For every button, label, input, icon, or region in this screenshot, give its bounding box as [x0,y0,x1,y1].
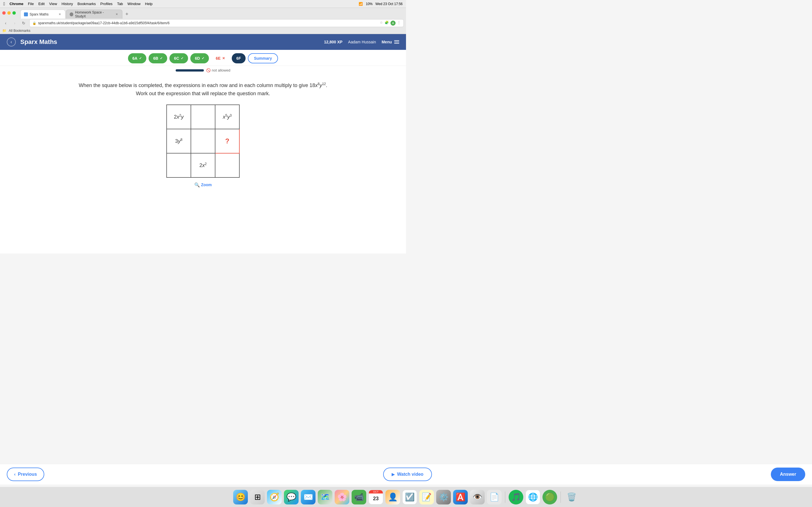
expr-2x2y: 2x2y [174,114,184,120]
menu-label: Menu [382,40,392,44]
calculator-row: 🚫 not allowed [0,66,406,75]
grid-cell-2-2 [191,129,215,153]
tab-studyx[interactable]: Homework Space - StudyX ✕ [66,10,122,18]
expr-2x2: 2x2 [199,163,207,168]
tab-6d[interactable]: 6D ✓ [190,53,209,63]
menubar-tab[interactable]: Tab [117,2,123,6]
zoom-label: Zoom [201,182,212,187]
zoom-icon: 🔍 [194,182,200,187]
menubar-history[interactable]: History [61,2,73,6]
grid-cell-question: ? [215,129,239,153]
menubar-file[interactable]: File [28,2,34,6]
reload-button[interactable]: ↻ [20,20,27,26]
tab-6c-label: 6C [174,56,179,61]
tab-6d-check: ✓ [202,56,204,60]
sparx-favicon [24,12,28,16]
new-tab-button[interactable]: + [123,10,131,18]
expr-3y8: 3y8 [175,138,183,144]
calculator-not-allowed: 🚫 not allowed [206,68,231,72]
extensions-icon[interactable]: 🧩 [385,20,389,25]
sparx-back-button[interactable]: ‹ [7,38,16,47]
tab-6e[interactable]: 6E ✕ [211,53,230,63]
studyx-favicon [70,12,73,16]
menubar:  Chrome File Edit View History Bookmark… [0,0,406,8]
tab-6d-label: 6D [195,56,200,61]
tab-studyx-label: Homework Space - StudyX [75,10,113,18]
clock: Wed 23 Oct 17:56 [375,2,403,6]
grid-cell-1-2 [191,105,215,129]
grid-cell-3-2: 2x2 [191,153,215,177]
expr-x5y3: x5y3 [223,114,232,120]
url-text: sparxmaths.uk/student/package/ae09aa17-2… [38,21,169,25]
main-content: When the square below is completed, the … [0,75,406,253]
user-name: Aadam Hussain [348,40,376,44]
menubar-right: 📶 10% Wed 23 Oct 17:56 [359,2,403,6]
menubar-profiles[interactable]: Profiles [100,2,112,6]
question-text: When the square below is completed, the … [11,81,395,98]
sparx-header-right: 12,800 XP Aadam Hussain Menu [324,40,399,44]
menubar-bookmarks[interactable]: Bookmarks [78,2,96,6]
grid-row-3: 2x2 [167,153,239,177]
back-button[interactable]: ‹ [2,20,9,26]
grid-cell-3-1 [167,153,191,177]
question-line1: When the square below is completed, the … [11,81,395,90]
menubar-view[interactable]: View [49,2,57,6]
tab-6c[interactable]: 6C ✓ [169,53,188,63]
minimize-button[interactable] [7,11,11,15]
menubar-window[interactable]: Window [128,2,140,6]
tab-close-studyx[interactable]: ✕ [115,12,119,16]
calc-label: not allowed [212,68,231,72]
menubar-edit[interactable]: Edit [38,2,45,6]
tab-summary[interactable]: Summary [248,53,278,63]
apple-menu[interactable]:  [3,1,5,6]
menubar-help[interactable]: Help [145,2,153,6]
tab-6e-x: ✕ [222,56,225,60]
sparx-header: ‹ Sparx Maths 12,800 XP Aadam Hussain Me… [0,34,406,50]
lock-icon: 🔒 [33,21,36,25]
tab-6e-label: 6E [216,56,220,61]
grid-cell-1-3: x5y3 [215,105,239,129]
zoom-button[interactable]: 🔍 Zoom [194,182,212,187]
sparx-logo: Sparx Maths [20,38,57,46]
tab-bar: Sparx Maths ✕ Homework Space - StudyX ✕ … [18,7,133,18]
bookmarks-bar: 📁 All Bookmarks [0,28,406,34]
task-tabs: 6A ✓ 6B ✓ 6C ✓ 6D ✓ 6E ✕ 6F Summary [0,50,406,66]
tab-6f-label: 6F [236,56,241,61]
address-bar-row: ‹ › ↻ 🔒 sparxmaths.uk/student/package/ae… [0,18,406,28]
bookmarks-label: 📁 [2,29,6,33]
battery-status: 10% [366,2,372,6]
grid-cell-1-1: 2x2y [167,105,191,129]
all-bookmarks-label[interactable]: All Bookmarks [9,29,31,33]
grid-cell-3-3 [215,153,239,177]
menubar-chrome[interactable]: Chrome [10,2,23,6]
question-line3: Work out the expression that will replac… [11,90,395,98]
tab-6c-check: ✓ [181,56,184,60]
profile-icon[interactable]: A [391,20,396,25]
close-button[interactable] [2,11,6,15]
tab-6a[interactable]: 6A ✓ [128,53,147,63]
question-mark: ? [225,137,230,145]
forward-button[interactable]: › [11,20,18,26]
tab-sparx[interactable]: Sparx Maths ✕ [20,10,65,18]
hamburger-icon [394,40,399,44]
more-icon[interactable]: ⋮ [397,20,401,25]
tab-summary-label: Summary [254,56,272,61]
bookmark-icon[interactable]: ☆ [380,20,383,25]
traffic-lights [0,11,18,15]
zoom-row: 🔍 Zoom [11,178,395,192]
tab-6b[interactable]: 6B ✓ [149,53,167,63]
tab-6f[interactable]: 6F [232,53,245,63]
grid-cell-2-1: 3y8 [167,129,191,153]
wifi-icon: 📶 [359,2,363,6]
grid-row-2: 3y8 ? [167,129,239,153]
maximize-button[interactable] [12,11,16,15]
menu-button[interactable]: Menu [382,40,399,44]
tab-6b-label: 6B [153,56,158,61]
math-grid: 2x2y x5y3 3y8 ? 2x2 [166,105,240,178]
tab-6a-label: 6A [133,56,138,61]
address-bar[interactable]: 🔒 sparxmaths.uk/student/package/ae09aa17… [29,19,404,27]
calc-icon: 🚫 [206,68,211,72]
xp-badge: 12,800 XP [324,40,342,44]
browser-chrome: Sparx Maths ✕ Homework Space - StudyX ✕ … [0,8,406,34]
tab-close-sparx[interactable]: ✕ [58,12,62,16]
